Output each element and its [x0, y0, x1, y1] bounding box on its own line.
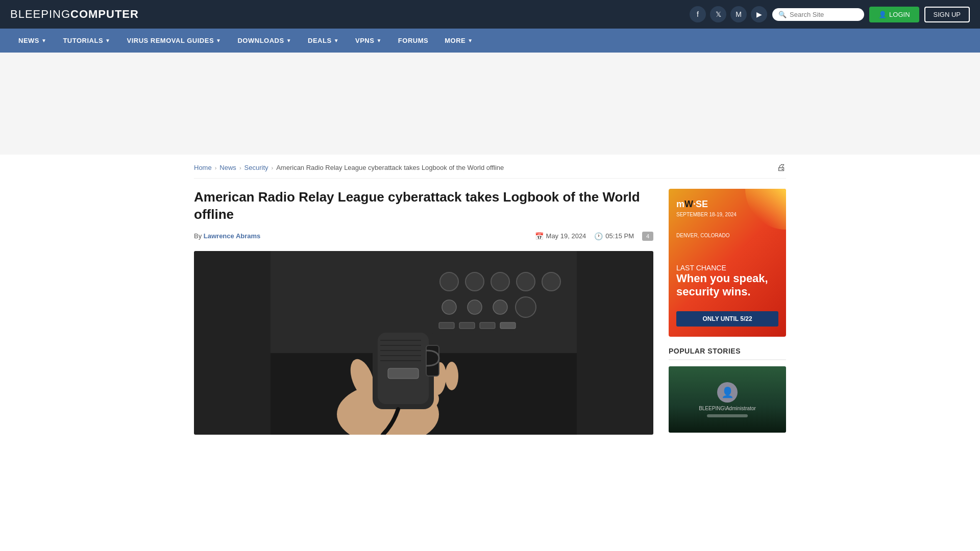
nav-item-deals[interactable]: DEALS ▼	[300, 29, 347, 53]
popular-stories-title: POPULAR STORIES	[669, 347, 786, 360]
logo-light: BLEEPING	[10, 8, 70, 20]
svg-point-5	[517, 272, 535, 291]
svg-point-3	[465, 272, 484, 291]
author-byline: By Lawrence Abrams	[194, 232, 260, 240]
svg-rect-11	[439, 322, 454, 329]
svg-point-2	[440, 272, 458, 291]
login-button[interactable]: 👤 LOGIN	[869, 7, 919, 22]
popular-stories: POPULAR STORIES 👤 BLEEPING\Administrator	[669, 347, 786, 433]
comment-bubble-icon: 4	[642, 232, 653, 241]
login-label: LOGIN	[889, 11, 910, 18]
top-ad-banner	[0, 53, 980, 155]
login-avatar: 👤	[717, 382, 738, 403]
social-icons: f 𝕏 M ▶	[690, 6, 767, 22]
nav-arrow-news: ▼	[41, 38, 46, 43]
search-bar: 🔍	[772, 8, 864, 21]
ad-headline2: When you speak, security wins.	[676, 272, 778, 299]
svg-point-20	[445, 362, 458, 390]
nav-arrow-vpns: ▼	[376, 38, 381, 43]
svg-point-6	[542, 272, 560, 291]
login-password-bar	[707, 414, 748, 417]
facebook-icon[interactable]: f	[690, 6, 706, 22]
article-sidebar: mW·SE SEPTEMBER 18-19, 2024 DENVER, COLO…	[669, 189, 786, 433]
user-icon: 👤	[878, 11, 887, 18]
author-link[interactable]: Lawrence Abrams	[204, 232, 261, 240]
ad-location: DENVER, COLORADO	[676, 233, 778, 238]
nav-arrow-virus: ▼	[216, 38, 221, 43]
article-layout: American Radio Relay League cyberattack …	[194, 189, 786, 435]
nav-item-downloads[interactable]: DOWNLOADS ▼	[229, 29, 300, 53]
date-text: May 19, 2024	[546, 232, 586, 240]
meta-right: 📅 May 19, 2024 🕐 05:15 PM 4	[535, 232, 653, 241]
nav-arrow-tutorials: ▼	[105, 38, 110, 43]
nav-item-tutorials[interactable]: TUTORIALS ▼	[55, 29, 118, 53]
main-nav: NEWS ▼ TUTORIALS ▼ VIRUS REMOVAL GUIDES …	[0, 29, 980, 53]
ad-logo-wise: W	[684, 199, 693, 209]
svg-rect-14	[500, 322, 516, 329]
sidebar-ad[interactable]: mW·SE SEPTEMBER 18-19, 2024 DENVER, COLO…	[669, 189, 786, 337]
nav-arrow-deals: ▼	[334, 38, 339, 43]
main-container: Home › News › Security › American Radio …	[184, 155, 796, 435]
article-title: American Radio Relay League cyberattack …	[194, 189, 653, 223]
article-hero-image	[194, 251, 653, 435]
nav-item-more[interactable]: MORE ▼	[436, 29, 481, 53]
logo-bold: COMPUTER	[70, 8, 139, 20]
ad-headline1: LAST CHANCE	[676, 264, 778, 272]
twitter-icon[interactable]: 𝕏	[710, 6, 726, 22]
popular-story-image[interactable]: 👤 BLEEPING\Administrator	[669, 366, 786, 433]
svg-point-10	[516, 297, 536, 317]
article-time: 🕐 05:15 PM	[594, 232, 634, 240]
article-meta: By Lawrence Abrams 📅 May 19, 2024 🕐 05:1…	[194, 232, 653, 241]
breadcrumb: Home › News › Security › American Radio …	[194, 164, 504, 171]
calendar-icon: 📅	[535, 232, 544, 240]
svg-rect-28	[388, 368, 419, 379]
search-icon: 🔍	[778, 11, 787, 18]
breadcrumb-current: American Radio Relay League cyberattack …	[276, 164, 504, 171]
svg-point-4	[491, 272, 509, 291]
nav-arrow-downloads: ▼	[286, 38, 291, 43]
signup-button[interactable]: SIGN UP	[924, 7, 970, 22]
site-logo[interactable]: BLEEPINGCOMPUTER	[10, 8, 139, 21]
article-image-svg	[194, 251, 653, 435]
nav-item-vpns[interactable]: VPNS ▼	[347, 29, 390, 53]
login-screen-mockup: 👤 BLEEPING\Administrator	[699, 382, 756, 417]
signup-label: SIGN UP	[934, 11, 961, 18]
ad-cta-button[interactable]: ONLY UNTIL 5/22	[676, 311, 778, 327]
search-input[interactable]	[790, 11, 858, 18]
svg-rect-13	[480, 322, 495, 329]
nav-item-news[interactable]: NEWS ▼	[10, 29, 55, 53]
article-main: American Radio Relay League cyberattack …	[194, 189, 653, 435]
svg-point-9	[493, 300, 507, 314]
svg-point-8	[468, 300, 482, 314]
nav-arrow-more: ▼	[468, 38, 473, 43]
header-right: f 𝕏 M ▶ 🔍 👤 LOGIN SIGN UP	[690, 6, 970, 22]
breadcrumb-home[interactable]: Home	[194, 164, 212, 171]
breadcrumb-sep-2: ›	[239, 165, 241, 171]
comment-number: 4	[646, 233, 649, 239]
comment-count: 4	[642, 232, 653, 241]
breadcrumb-security[interactable]: Security	[244, 164, 268, 171]
nav-item-virus[interactable]: VIRUS REMOVAL GUIDES ▼	[118, 29, 229, 53]
clock-icon: 🕐	[594, 232, 603, 240]
breadcrumb-section: Home › News › Security › American Radio …	[194, 155, 786, 179]
time-text: 05:15 PM	[605, 232, 634, 240]
login-username: BLEEPING\Administrator	[699, 406, 756, 411]
article-date: 📅 May 19, 2024	[535, 232, 586, 240]
nav-item-forums[interactable]: FORUMS	[390, 29, 436, 53]
svg-rect-12	[459, 322, 475, 329]
site-header: BLEEPINGCOMPUTER f 𝕏 M ▶ 🔍 👤 LOGIN SIGN …	[0, 0, 980, 29]
breadcrumb-sep-3: ›	[272, 165, 274, 171]
breadcrumb-news[interactable]: News	[219, 164, 236, 171]
breadcrumb-sep-1: ›	[215, 165, 217, 171]
svg-point-7	[442, 300, 456, 314]
print-icon[interactable]: 🖨	[777, 162, 786, 173]
mastodon-icon[interactable]: M	[730, 6, 747, 22]
youtube-icon[interactable]: ▶	[751, 6, 767, 22]
